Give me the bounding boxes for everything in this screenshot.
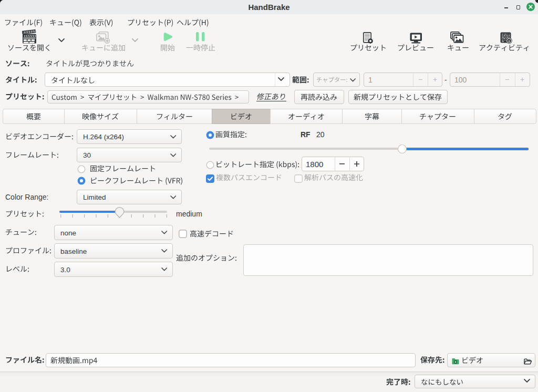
svg-text:Limited: Limited (83, 193, 106, 201)
svg-text:+: + (520, 75, 524, 84)
svg-text:−: − (505, 75, 509, 84)
svg-text:30: 30 (83, 151, 91, 159)
svg-text:Color Range:: Color Range: (5, 193, 49, 201)
svg-text:100: 100 (454, 76, 467, 84)
svg-text:+: + (433, 75, 437, 84)
svg-text:baseline: baseline (60, 247, 87, 255)
svg-text:HandBrake: HandBrake (248, 3, 289, 12)
svg-text:20: 20 (316, 130, 325, 139)
svg-text:3.0: 3.0 (60, 266, 70, 274)
svg-text:H.264 (x264): H.264 (x264) (83, 133, 124, 141)
svg-text:1: 1 (368, 76, 373, 84)
svg-text:medium: medium (176, 210, 202, 218)
svg-text:none: none (60, 229, 76, 237)
svg-text:1800: 1800 (306, 160, 323, 169)
svg-text:-: - (444, 76, 447, 84)
svg-text:−: − (418, 75, 422, 84)
svg-text:RF: RF (301, 130, 311, 139)
